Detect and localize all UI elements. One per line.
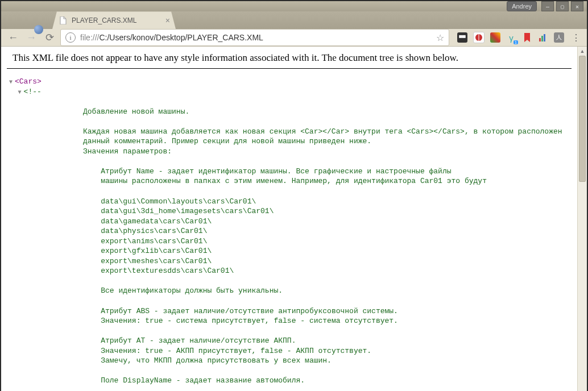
svg-rect-0 [539,38,541,41]
vertical-scrollbar[interactable]: ▲ ▼ [577,47,587,391]
address-bar[interactable]: i file:///C:/Users/konov/Desktop/PLAYER_… [60,29,449,46]
scroll-thumb[interactable] [579,56,586,182]
file-icon [59,16,67,25]
user-badge: Andrey [507,1,537,11]
scroll-track[interactable] [578,56,587,391]
extension-icon[interactable]: 人 [554,32,564,43]
extension-icon[interactable]: ▀▀ [457,32,467,43]
page-viewport: This XML file does not appear to have an… [1,47,587,391]
tab-strip: PLAYER_CARS.XML × [1,11,587,29]
svg-rect-1 [541,36,543,41]
browser-toolbar: ← → ⟳ i file:///C:/Users/konov/Desktop/P… [1,29,587,47]
app-icon [34,25,43,34]
svg-rect-2 [544,34,545,41]
extension-icon[interactable] [473,32,485,43]
extension-icons: ▀▀ γ1 人 [453,32,566,43]
back-button[interactable]: ← [6,30,20,45]
url-text: file:///C:/Users/konov/Desktop/PLAYER_CA… [80,33,432,42]
tab-title: PLAYER_CARS.XML [72,16,162,24]
browser-menu-icon[interactable]: ⋮ [570,32,582,43]
extension-icon[interactable] [490,32,500,43]
collapse-arrow-icon[interactable]: ▼ [18,89,24,97]
extension-icon[interactable] [538,32,548,43]
xml-tree: ▼<Cars> ▼<!-- Добавление новой машины. К… [1,77,577,391]
bookmark-star-icon[interactable]: ☆ [436,32,444,43]
reload-button[interactable]: ⟳ [42,30,57,45]
tab-close-icon[interactable]: × [165,16,170,25]
minimize-button[interactable]: — [541,1,554,11]
scroll-up-icon[interactable]: ▲ [578,47,587,56]
window-close-button[interactable]: ✕ [571,1,583,11]
extension-icon[interactable] [522,32,532,43]
site-info-icon[interactable]: i [65,32,76,43]
collapse-arrow-icon[interactable]: ▼ [9,78,15,86]
window-titlebar: Andrey — ▢ ✕ [1,1,587,11]
xml-root-tag: Cars [19,77,37,86]
extension-icon[interactable]: γ1 [506,32,516,43]
xml-comment-body: Добавление новой машины. Каждая новая ма… [9,97,577,391]
xml-comment-open: <!-- [24,88,42,96]
maximize-button[interactable]: ▢ [556,1,569,11]
xml-no-style-banner: This XML file does not appear to have an… [7,52,572,69]
browser-tab-active[interactable]: PLAYER_CARS.XML × [52,11,176,29]
